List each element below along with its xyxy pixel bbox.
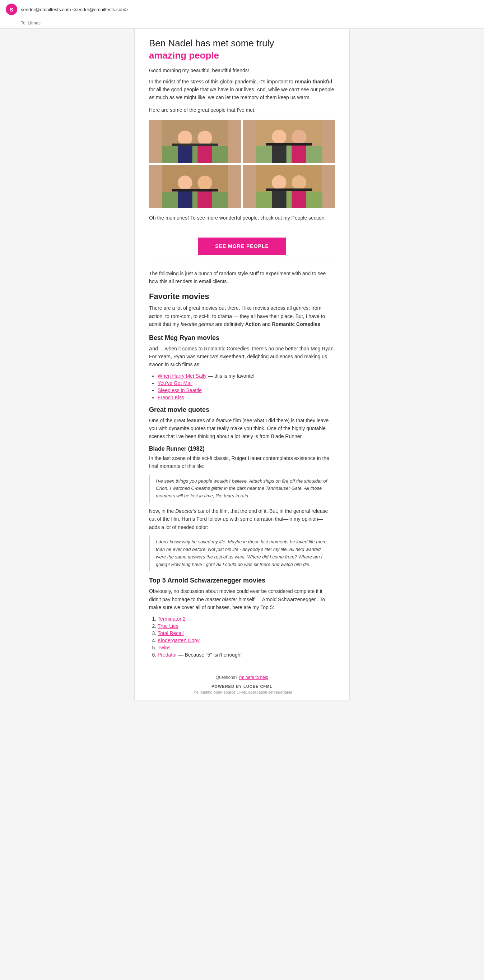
svg-rect-13	[266, 143, 312, 146]
svg-rect-15	[162, 192, 229, 208]
list-item: Predator — Because "5" isn't enough!	[158, 652, 335, 658]
to-line: To: Litmus	[0, 19, 484, 29]
to-value: Litmus	[28, 21, 40, 25]
footer-powered: POWERED BY LUCEE CFML	[140, 684, 344, 689]
svg-point-9	[272, 130, 287, 145]
kindergarten-copy-link[interactable]: Kindergarten Copy	[158, 638, 200, 643]
intro-para2: Here are some of the great people that I…	[149, 106, 335, 114]
list-item: Sleepless in Seattle	[158, 387, 335, 393]
greeting-text: Good morning my beautiful, beautiful fri…	[149, 68, 335, 73]
list-item: True Lies	[158, 623, 335, 629]
cta-section: SEE MORE PEOPLE	[149, 237, 335, 255]
meg-ryan-intro: And ... when it comes to Romantic Comedi…	[149, 345, 335, 369]
svg-point-11	[292, 130, 306, 145]
twins-link[interactable]: Twins	[158, 645, 171, 651]
great-quotes-heading: Great movie quotes	[149, 406, 335, 414]
photo-2	[243, 120, 335, 163]
svg-rect-10	[272, 144, 287, 163]
title-pink: amazing people	[149, 50, 219, 61]
true-lies-link[interactable]: True Lies	[158, 623, 178, 629]
svg-rect-20	[171, 189, 218, 191]
blade-runner-intro: In the last scene of this sci-fi classic…	[149, 454, 335, 471]
svg-point-2	[178, 131, 192, 146]
predator-link[interactable]: Predator	[158, 652, 177, 658]
directors-cut-para: Now, in the Director's cut of the film, …	[149, 507, 335, 531]
blade-runner-quote: I've seen things you people wouldn't bel…	[149, 475, 335, 503]
arnold-heading: Top 5 Arnold Schwarzenegger movies	[149, 577, 335, 584]
svg-rect-1	[162, 146, 229, 163]
arnold-intro: Obviously, no discussion about movies co…	[149, 587, 335, 611]
list-item: You've Got Mail	[158, 380, 335, 386]
svg-rect-12	[292, 144, 306, 163]
sleepless-in-seattle-link[interactable]: Sleepless in Seattle	[158, 387, 202, 393]
list-item: Total Recall	[158, 630, 335, 636]
total-recall-link[interactable]: Total Recall	[158, 630, 184, 636]
svg-rect-3	[178, 145, 192, 163]
email-title: Ben Nadel has met some truly amazing peo…	[149, 37, 335, 62]
photo-grid	[149, 120, 335, 208]
when-harry-met-sally-link[interactable]: When Harry Met Sally	[158, 373, 206, 379]
svg-rect-5	[197, 145, 212, 163]
meg-ryan-movies-list: When Harry Met Sally — this is my favori…	[158, 373, 335, 400]
favorite-movies-heading: Favorite movies	[149, 292, 335, 301]
sender-info: sender@emailtests.com <sender@emailtests…	[21, 7, 128, 12]
photos-caption: Oh the memories! To see more wonderful p…	[149, 214, 335, 222]
help-link[interactable]: I'm here to help	[239, 675, 268, 680]
email-body: Ben Nadel has met some truly amazing peo…	[134, 29, 350, 700]
svg-rect-17	[178, 189, 192, 208]
arnold-movies-list: Terminator 2 True Lies Total Recall Kind…	[158, 616, 335, 658]
list-item: Terminator 2	[158, 616, 335, 622]
svg-point-16	[178, 176, 192, 191]
svg-point-4	[197, 131, 212, 146]
photo-4	[243, 165, 335, 208]
great-quotes-intro: One of the great features of a feature f…	[149, 417, 335, 441]
email-content: Ben Nadel has met some truly amazing peo…	[134, 29, 350, 669]
svg-rect-26	[292, 189, 306, 208]
footer-questions: Questions? I'm here to help	[140, 675, 344, 680]
list-item: Kindergarten Copy	[158, 638, 335, 643]
deckard-quote: I don't know why he saved my life. Maybe…	[149, 535, 335, 571]
meg-ryan-heading: Best Meg Ryan movies	[149, 334, 335, 342]
intro-para1: In the midst of the stress of this globa…	[149, 78, 335, 102]
footer-sub: The leading open-source CFML application…	[140, 690, 344, 694]
avatar: S	[6, 3, 17, 15]
list-item: French Kiss	[158, 395, 335, 400]
email-header: S sender@emailtests.com <sender@emailtes…	[0, 0, 484, 19]
svg-point-25	[292, 175, 306, 190]
svg-rect-19	[197, 189, 212, 208]
svg-rect-27	[266, 189, 312, 191]
photo-3	[149, 165, 241, 208]
blade-runner-heading: Blade Runner (1982)	[149, 445, 335, 452]
svg-rect-8	[256, 146, 322, 163]
svg-point-18	[197, 176, 212, 191]
see-more-people-button[interactable]: SEE MORE PEOPLE	[198, 237, 286, 255]
svg-rect-22	[256, 191, 322, 208]
french-kiss-link[interactable]: French Kiss	[158, 395, 184, 400]
to-label: To:	[21, 21, 27, 25]
dot-separator: .	[149, 226, 335, 231]
email-footer: Questions? I'm here to help POWERED BY L…	[134, 669, 350, 700]
random-style-note: The following is just a bunch of random …	[149, 269, 335, 286]
svg-rect-6	[171, 144, 218, 146]
section-divider	[149, 262, 335, 262]
svg-rect-24	[272, 189, 287, 208]
svg-point-23	[272, 175, 287, 190]
terminator-2-link[interactable]: Terminator 2	[158, 616, 186, 622]
photo-1	[149, 120, 241, 163]
movies-intro: There are a lot of great movies out ther…	[149, 304, 335, 328]
list-item: Twins	[158, 645, 335, 651]
list-item: When Harry Met Sally — this is my favori…	[158, 373, 335, 379]
youve-got-mail-link[interactable]: You've Got Mail	[158, 380, 192, 386]
